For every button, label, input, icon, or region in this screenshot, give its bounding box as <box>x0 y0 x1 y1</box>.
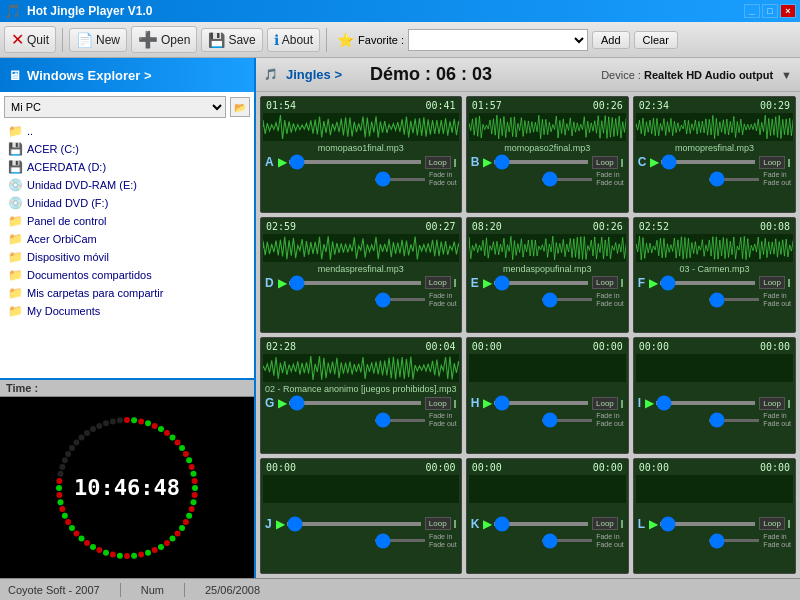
new-button[interactable]: 📄 New <box>69 28 127 52</box>
jingle-progress-5[interactable] <box>660 281 755 285</box>
play-button-3[interactable]: ▶ <box>278 276 287 290</box>
jingle-filename-8 <box>636 383 793 395</box>
play-button-10[interactable]: ▶ <box>483 517 492 531</box>
play-button-4[interactable]: ▶ <box>483 276 492 290</box>
save-button[interactable]: 💾 Save <box>201 28 262 52</box>
jingle-time2-8: 00:00 <box>760 341 790 352</box>
jingle-slider-area-0 <box>289 160 421 164</box>
clock-display: 10:46:48 <box>0 397 254 578</box>
fade-in-slider-1[interactable] <box>542 178 592 181</box>
fade-in-slider-2[interactable] <box>709 178 759 181</box>
fade-in-area-8 <box>709 419 759 422</box>
fade-in-slider-9[interactable] <box>375 539 425 542</box>
loop-badge-6: Loop <box>425 397 451 410</box>
fade-in-slider-6[interactable] <box>375 419 425 422</box>
jingle-time2-0: 00:41 <box>426 100 456 111</box>
fade-in-area-1 <box>542 178 592 181</box>
jingle-slider-area-8 <box>656 401 755 405</box>
jingle-time1-0: 01:54 <box>266 100 296 111</box>
minimize-button[interactable]: _ <box>744 4 760 18</box>
favorite-dropdown[interactable] <box>408 29 588 51</box>
date-label: 25/06/2008 <box>205 584 260 596</box>
maximize-button[interactable]: □ <box>762 4 778 18</box>
fade-in-area-4 <box>542 298 592 301</box>
play-button-6[interactable]: ▶ <box>278 396 287 410</box>
close-button[interactable]: × <box>780 4 796 18</box>
jingle-controls-11: L ▶ Loop ‖ <box>636 516 793 532</box>
jingle-top-6: 02:28 00:04 <box>263 340 459 353</box>
fade-labels-8: Fade in Fade out <box>763 412 791 429</box>
play-button-5[interactable]: ▶ <box>649 276 658 290</box>
play-button-0[interactable]: ▶ <box>278 155 287 169</box>
jingle-top-0: 01:54 00:41 <box>263 99 459 112</box>
browse-button[interactable]: 📂 <box>230 97 250 117</box>
tree-item[interactable]: 📁My Documents <box>4 302 250 320</box>
jingle-progress-0[interactable] <box>289 160 421 164</box>
quit-button[interactable]: ✕ Quit <box>4 26 56 53</box>
play-button-2[interactable]: ▶ <box>650 155 659 169</box>
jingle-progress-2[interactable] <box>661 160 755 164</box>
jingle-progress-4[interactable] <box>494 281 588 285</box>
jingle-time1-6: 02:28 <box>266 341 296 352</box>
open-button[interactable]: ➕ Open <box>131 26 197 53</box>
jingle-filename-0: momopaso1final.mp3 <box>263 142 459 154</box>
loop-badge-2: Loop <box>759 156 785 169</box>
jingle-cell: 00:00 00:00 I ▶ Loop ‖ Fade in Fade out <box>633 337 796 454</box>
play-button-8[interactable]: ▶ <box>645 396 654 410</box>
clear-favorite-button[interactable]: Clear <box>634 31 678 49</box>
fade-in-slider-5[interactable] <box>709 298 759 301</box>
fade-in-slider-10[interactable] <box>542 539 592 542</box>
jingle-progress-10[interactable] <box>494 522 588 526</box>
jingle-progress-9[interactable] <box>287 522 421 526</box>
tree-item[interactable]: 💾ACER (C:) <box>4 140 250 158</box>
fade-in-slider-3[interactable] <box>375 298 425 301</box>
jingles-header: 🎵 Jingles > Démo : 06 : 03 Device : Real… <box>256 58 800 92</box>
fade-in-area-5 <box>709 298 759 301</box>
tree-item[interactable]: 💿Unidad DVD-RAM (E:) <box>4 176 250 194</box>
play-button-11[interactable]: ▶ <box>649 517 658 531</box>
jingle-progress-3[interactable] <box>289 281 421 285</box>
device-label-text: Device : <box>601 69 641 81</box>
tree-item[interactable]: 📁Panel de control <box>4 212 250 230</box>
jingle-top-11: 00:00 00:00 <box>636 461 793 474</box>
jingle-time1-5: 02:52 <box>639 221 669 232</box>
tree-item[interactable]: 💿Unidad DVD (F:) <box>4 194 250 212</box>
jingle-fade-controls-4: Fade in Fade out <box>469 291 626 310</box>
clock-label: Time : <box>0 380 254 397</box>
jingle-progress-11[interactable] <box>660 522 755 526</box>
tree-item[interactable]: 📁Dispositivo móvil <box>4 248 250 266</box>
add-favorite-button[interactable]: Add <box>592 31 630 49</box>
jingle-controls-1: B ▶ Loop ‖ <box>469 154 626 170</box>
drive-dropdown[interactable]: Mi PC ACER (C:) ACERDATA (D:) <box>4 96 226 118</box>
jingle-progress-1[interactable] <box>494 160 588 164</box>
save-icon: 💾 <box>208 32 225 48</box>
jingle-progress-6[interactable] <box>289 401 420 405</box>
jingle-time2-9: 00:00 <box>426 462 456 473</box>
jingle-fade-controls-1: Fade in Fade out <box>469 170 626 189</box>
tree-item[interactable]: 💾ACERDATA (D:) <box>4 158 250 176</box>
jingle-time1-3: 02:59 <box>266 221 296 232</box>
tree-item[interactable]: 📁Documentos compartidos <box>4 266 250 284</box>
tree-item[interactable]: 📁.. <box>4 122 250 140</box>
play-button-1[interactable]: ▶ <box>483 155 492 169</box>
brand-label: Coyote Soft - 2007 <box>8 584 100 596</box>
new-icon: 📄 <box>76 32 93 48</box>
fade-in-slider-11[interactable] <box>709 539 759 542</box>
file-tree: Mi PC ACER (C:) ACERDATA (D:) 📂 📁..💾ACER… <box>0 92 254 378</box>
fade-labels-3: Fade in Fade out <box>429 292 457 309</box>
about-button[interactable]: ℹ About <box>267 28 320 52</box>
fade-in-slider-7[interactable] <box>542 419 592 422</box>
jingle-time2-5: 00:08 <box>760 221 790 232</box>
fade-in-slider-8[interactable] <box>709 419 759 422</box>
fade-in-slider-4[interactable] <box>542 298 592 301</box>
clock-time: 10:46:48 <box>74 475 180 500</box>
play-button-7[interactable]: ▶ <box>483 396 492 410</box>
fade-in-slider-0[interactable] <box>375 178 425 181</box>
jingle-progress-8[interactable] <box>656 401 755 405</box>
jingle-top-10: 00:00 00:00 <box>469 461 626 474</box>
tree-item[interactable]: 📁Acer OrbiCam <box>4 230 250 248</box>
jingle-progress-7[interactable] <box>494 401 588 405</box>
tree-item[interactable]: 📁Mis carpetas para compartir <box>4 284 250 302</box>
play-button-9[interactable]: ▶ <box>276 517 285 531</box>
fade-labels-1: Fade in Fade out <box>596 171 624 188</box>
